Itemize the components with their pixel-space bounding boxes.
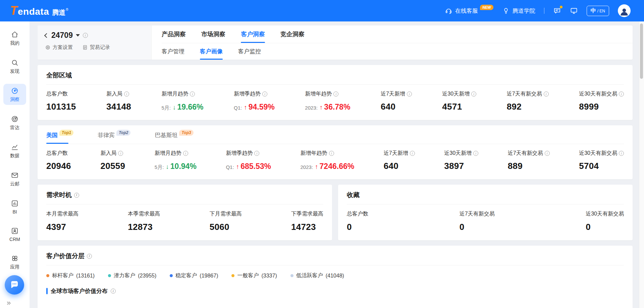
info-icon[interactable] xyxy=(619,151,624,156)
academy-label: 腾道学院 xyxy=(513,7,535,15)
stat-fav-deals-7d: 近7天有新交易 0 xyxy=(460,210,495,232)
legend-benchmark[interactable]: 标杆客户 (13161) xyxy=(46,272,95,279)
info-icon[interactable] xyxy=(124,91,129,97)
plan-settings-link[interactable]: 方案设置 xyxy=(45,44,73,51)
favorites-stats: 总客户数 0 近7天有新交易 0 近30天有新交易 0 xyxy=(347,204,624,232)
legend-dot xyxy=(46,274,49,277)
stat-yearly-trend: 新增年趋势 2023: ↑ 7246.66% xyxy=(301,150,355,171)
country-tab-philippines[interactable]: 菲律宾 Top2 xyxy=(98,129,130,144)
info-icon[interactable] xyxy=(262,91,267,97)
info-icon[interactable] xyxy=(118,151,123,156)
stat-demand-month: 本月需求最高 4397 xyxy=(46,210,78,232)
stat-new-7d: 近7天新增 640 xyxy=(381,90,412,112)
info-icon[interactable] xyxy=(473,151,478,156)
tab-customer-insight[interactable]: 客户洞察 xyxy=(241,25,265,43)
info-icon[interactable] xyxy=(333,91,338,97)
scrollbar-thumb[interactable] xyxy=(640,23,643,79)
lang-zh-label: 中 xyxy=(591,7,596,14)
legend-dot xyxy=(108,274,111,277)
info-icon[interactable] xyxy=(74,193,79,198)
all-region-stats: 总客户数 101315 新入局 34148 新增月趋势 5月: ↓ 19.66%… xyxy=(46,85,624,112)
academy-link[interactable]: 腾道学院 xyxy=(502,7,535,15)
info-icon[interactable] xyxy=(254,151,259,156)
tab-market-insight[interactable]: 市场洞察 xyxy=(201,25,225,43)
tab-customer-profile[interactable]: 客户画像 xyxy=(200,43,223,60)
page-scrollbar[interactable] xyxy=(639,21,644,308)
legend-stable[interactable]: 稳定客户 (19867) xyxy=(170,272,218,279)
info-icon[interactable] xyxy=(111,289,116,294)
back-icon[interactable] xyxy=(44,33,49,38)
tab-customer-monitor[interactable]: 客户监控 xyxy=(238,43,261,60)
sidebar-item-crm[interactable]: CRM xyxy=(3,224,26,244)
info-icon[interactable] xyxy=(410,151,415,156)
stat-quarterly-trend: 新增季趋势 Q1: ↑ 94.59% xyxy=(234,90,275,112)
online-service-label: 在线客服 xyxy=(455,7,478,15)
country-tab-pakistan[interactable]: 巴基斯坦 Top3 xyxy=(155,129,193,144)
all-region-card: 全部区域 总客户数 101315 新入局 34148 新增月趋势 5月: ↓ 1… xyxy=(38,65,633,120)
info-icon[interactable] xyxy=(619,91,624,97)
chat-bubble-icon xyxy=(9,280,19,290)
arrow-up-icon: ↑ xyxy=(244,104,247,111)
home-icon xyxy=(11,30,19,39)
trade-records-link[interactable]: 贸易记录 xyxy=(82,44,110,51)
info-icon[interactable] xyxy=(329,151,334,156)
info-icon[interactable] xyxy=(544,91,549,97)
tab-competitor-insight[interactable]: 竞企洞察 xyxy=(280,25,305,43)
sidebar-item-mail[interactable]: 云邮 xyxy=(3,168,26,189)
sidebar-item-insight[interactable]: 洞察 xyxy=(3,84,26,105)
header-actions: 在线客服 NEW 腾道学院 中 / EN xyxy=(445,4,631,17)
country-tabs: 美国 Top1 菲律宾 Top2 巴基斯坦 Top3 xyxy=(46,129,624,144)
stat-deals-7d: 近7天有新交易 892 xyxy=(507,90,549,112)
crm-icon xyxy=(11,227,19,235)
feedback-button[interactable] xyxy=(553,7,561,15)
radar-icon xyxy=(11,115,19,123)
arrow-up-icon: ↑ xyxy=(320,104,323,111)
legend-dot xyxy=(170,274,173,277)
top-header: Tendata 腾道 ® 在线客服 NEW 腾道学院 中 / EN xyxy=(0,0,644,21)
stat-deals-30d: 近30天有新交易 8999 xyxy=(579,90,624,112)
info-icon[interactable] xyxy=(471,91,476,97)
stat-monthly-trend: 新增月趋势 5月: ↓ 19.66% xyxy=(161,90,203,112)
sidebar-item-discover[interactable]: 发现 xyxy=(3,56,26,77)
chart-line-icon xyxy=(11,143,19,151)
top1-badge: Top1 xyxy=(59,130,73,136)
info-icon[interactable] xyxy=(183,151,188,156)
arrow-up-icon: ↑ xyxy=(236,163,239,171)
plan-info-icon[interactable] xyxy=(83,33,88,38)
country-tab-us[interactable]: 美国 Top1 xyxy=(46,129,73,144)
insight-icon xyxy=(11,87,19,95)
legend-general[interactable]: 一般客户 (3337) xyxy=(231,272,277,279)
info-icon[interactable] xyxy=(545,151,550,156)
plan-block: 24709 方案设置 贸易记录 xyxy=(38,25,152,60)
info-icon[interactable] xyxy=(190,91,195,97)
secondary-tabs: 客户管理 客户画像 客户监控 xyxy=(162,43,633,60)
sidebar-item-data[interactable]: 数据 xyxy=(3,140,26,161)
stat-demand-next-month: 下月需求最高 5060 xyxy=(210,210,242,232)
sidebar-item-apps[interactable]: 应用 xyxy=(3,251,26,272)
chat-button[interactable] xyxy=(5,275,24,295)
caret-down-icon[interactable] xyxy=(76,34,80,37)
sidebar-collapse-icon[interactable] xyxy=(7,299,11,307)
language-toggle[interactable]: 中 / EN xyxy=(587,6,609,16)
person-icon xyxy=(619,7,629,17)
tendata-logo[interactable]: Tendata 腾道 ® xyxy=(10,4,68,18)
info-icon[interactable] xyxy=(407,91,412,97)
stat-demand-next-quarter: 下季需求最高 14723 xyxy=(291,210,323,232)
sidebar-item-bi[interactable]: BI xyxy=(3,196,26,217)
plan-id[interactable]: 24709 xyxy=(51,31,73,40)
demand-card: 需求时机 本月需求最高 4397 本季需求最高 12873 下月需求最高 506… xyxy=(38,185,332,240)
tab-customer-management[interactable]: 客户管理 xyxy=(162,43,184,60)
legend-low-active[interactable]: 低活跃客户 (41048) xyxy=(290,272,344,279)
user-avatar[interactable] xyxy=(618,4,631,17)
lang-en-label: / EN xyxy=(597,9,605,13)
tab-product-insight[interactable]: 产品洞察 xyxy=(162,25,186,43)
screen-button[interactable] xyxy=(570,7,578,15)
sidebar-item-radar[interactable]: 雷达 xyxy=(3,112,26,133)
sidebar-item-my[interactable]: 我的 xyxy=(3,27,26,49)
legend-potential[interactable]: 潜力客户 (23955) xyxy=(108,272,156,279)
arrow-down-icon: ↓ xyxy=(173,104,176,111)
stat-fav-total: 总客户数 0 xyxy=(347,210,368,232)
headset-icon xyxy=(445,7,452,15)
info-icon[interactable] xyxy=(87,254,92,259)
online-service-link[interactable]: 在线客服 NEW xyxy=(445,7,493,15)
